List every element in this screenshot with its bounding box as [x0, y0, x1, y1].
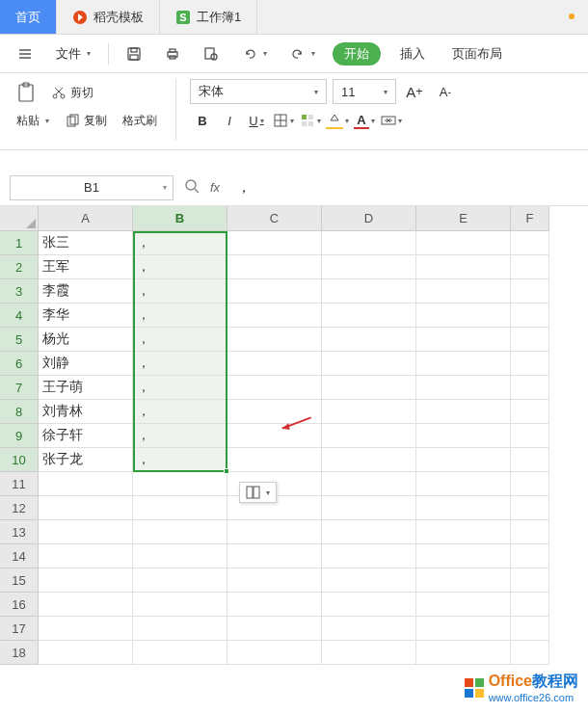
row-header[interactable]: 10 — [0, 448, 39, 472]
format-painter-button[interactable]: 格式刷 — [118, 110, 162, 132]
cell[interactable] — [416, 376, 511, 400]
cell[interactable]: 张子龙 — [39, 448, 133, 472]
cell[interactable] — [39, 472, 133, 496]
cell[interactable]: ， — [133, 376, 227, 400]
font-color-button[interactable]: A▾ — [352, 108, 377, 133]
cell[interactable] — [511, 496, 549, 520]
cell[interactable]: ， — [133, 231, 227, 255]
cell[interactable] — [39, 496, 133, 520]
cell[interactable] — [227, 617, 322, 641]
cell[interactable] — [39, 617, 133, 641]
cut-button[interactable]: 剪切 — [46, 82, 98, 104]
fill-color-button[interactable]: ▾ — [325, 108, 350, 133]
row-header[interactable]: 4 — [0, 304, 39, 328]
cell[interactable]: 刘静 — [39, 352, 133, 376]
cell[interactable] — [133, 496, 227, 520]
cell[interactable] — [416, 496, 511, 520]
col-header-E[interactable]: E — [416, 206, 511, 231]
cell[interactable] — [416, 231, 511, 255]
paste-button[interactable]: 粘贴▾ — [12, 110, 54, 132]
cell[interactable]: 李华 — [39, 304, 133, 328]
merge-cells-button[interactable]: ▾ — [379, 108, 404, 133]
cell[interactable] — [227, 352, 322, 376]
cell[interactable] — [511, 304, 549, 328]
cell[interactable] — [511, 328, 549, 352]
cell[interactable]: 杨光 — [39, 328, 133, 352]
cell[interactable] — [322, 279, 416, 304]
cell[interactable] — [133, 641, 227, 665]
cell[interactable] — [511, 376, 549, 400]
cell[interactable] — [511, 400, 549, 424]
tab-home[interactable]: 首页 — [0, 0, 57, 34]
paste-options-popup[interactable]: ▾ — [239, 482, 277, 503]
cell[interactable]: ， — [133, 255, 227, 279]
row-header[interactable]: 6 — [0, 352, 39, 376]
cell[interactable]: ， — [133, 424, 227, 448]
row-header[interactable]: 15 — [0, 568, 39, 593]
clipboard-icon[interactable] — [12, 79, 40, 106]
formula-input[interactable] — [229, 175, 578, 200]
cell[interactable] — [227, 544, 322, 568]
cell[interactable] — [39, 544, 133, 568]
cell[interactable]: 徐子轩 — [39, 424, 133, 448]
cell[interactable] — [416, 400, 511, 424]
cell[interactable] — [133, 617, 227, 641]
font-name-select[interactable]: 宋体▾ — [190, 79, 327, 104]
tab-docer[interactable]: 稻壳模板 — [57, 0, 160, 34]
cell[interactable] — [322, 376, 416, 400]
font-size-select[interactable]: 11▾ — [333, 79, 396, 104]
underline-button[interactable]: U▾ — [244, 108, 269, 133]
file-menu[interactable]: 文件 ▾ — [50, 41, 96, 66]
cell[interactable] — [511, 448, 549, 472]
copy-button[interactable]: 复制 — [60, 110, 112, 132]
cell[interactable] — [322, 641, 416, 665]
cell[interactable] — [511, 352, 549, 376]
cell[interactable]: 刘青林 — [39, 400, 133, 424]
fx-icon[interactable]: fx — [210, 180, 220, 195]
search-icon[interactable] — [183, 177, 200, 198]
cell[interactable]: ， — [133, 328, 227, 352]
border-button[interactable]: ▾ — [271, 108, 296, 133]
cell[interactable]: ， — [133, 304, 227, 328]
cell[interactable] — [416, 352, 511, 376]
cell[interactable]: 王军 — [39, 255, 133, 279]
redo-button[interactable]: ▾ — [284, 42, 321, 66]
row-header[interactable]: 14 — [0, 544, 39, 568]
cell[interactable] — [322, 544, 416, 568]
col-header-D[interactable]: D — [322, 206, 416, 231]
cell[interactable] — [322, 472, 416, 496]
cell[interactable]: ， — [133, 279, 227, 304]
cell[interactable] — [322, 255, 416, 279]
cell[interactable] — [227, 304, 322, 328]
row-header[interactable]: 1 — [0, 231, 39, 255]
cell[interactable] — [511, 279, 549, 304]
cell-style-button[interactable]: ▾ — [298, 108, 323, 133]
ribbon-tab-insert[interactable]: 插入 — [392, 41, 433, 66]
cell[interactable] — [227, 376, 322, 400]
cell[interactable] — [416, 279, 511, 304]
cell[interactable] — [39, 520, 133, 544]
cell[interactable] — [227, 328, 322, 352]
cell[interactable] — [133, 593, 227, 617]
cell[interactable] — [416, 448, 511, 472]
cell[interactable] — [416, 304, 511, 328]
row-header[interactable]: 9 — [0, 424, 39, 448]
increase-font-button[interactable]: A+ — [402, 79, 427, 104]
row-header[interactable]: 18 — [0, 641, 39, 665]
row-header[interactable]: 8 — [0, 400, 39, 424]
cell[interactable] — [416, 593, 511, 617]
cell[interactable] — [416, 255, 511, 279]
row-header[interactable]: 17 — [0, 617, 39, 641]
row-header[interactable]: 11 — [0, 472, 39, 496]
cell[interactable] — [511, 472, 549, 496]
row-header[interactable]: 13 — [0, 520, 39, 544]
save-button[interactable] — [120, 42, 147, 66]
tab-workbook[interactable]: S 工作簿1 — [160, 0, 257, 34]
row-header[interactable]: 12 — [0, 496, 39, 520]
italic-button[interactable]: I — [217, 108, 242, 133]
row-header[interactable]: 7 — [0, 376, 39, 400]
cell[interactable] — [511, 568, 549, 593]
row-header[interactable]: 3 — [0, 279, 39, 304]
cell[interactable] — [227, 231, 322, 255]
col-header-F[interactable]: F — [511, 206, 549, 231]
